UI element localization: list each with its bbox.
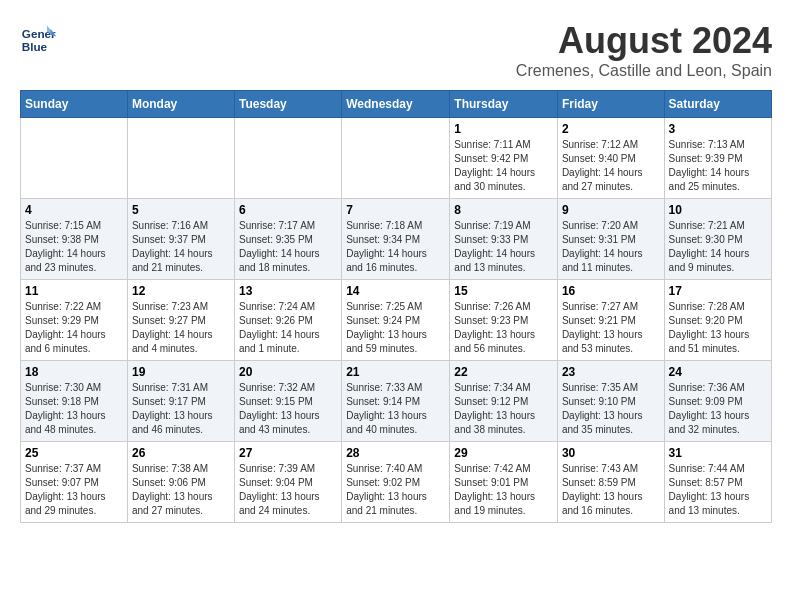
day-number: 22 [454,365,553,379]
day-number: 29 [454,446,553,460]
calendar-cell: 7Sunrise: 7:18 AM Sunset: 9:34 PM Daylig… [342,199,450,280]
day-info: Sunrise: 7:44 AM Sunset: 8:57 PM Dayligh… [669,462,767,518]
day-info: Sunrise: 7:42 AM Sunset: 9:01 PM Dayligh… [454,462,553,518]
day-number: 12 [132,284,230,298]
main-title: August 2024 [516,20,772,62]
day-info: Sunrise: 7:40 AM Sunset: 9:02 PM Dayligh… [346,462,445,518]
day-info: Sunrise: 7:38 AM Sunset: 9:06 PM Dayligh… [132,462,230,518]
calendar-cell: 27Sunrise: 7:39 AM Sunset: 9:04 PM Dayli… [235,442,342,523]
day-number: 13 [239,284,337,298]
calendar-cell: 29Sunrise: 7:42 AM Sunset: 9:01 PM Dayli… [450,442,558,523]
day-info: Sunrise: 7:22 AM Sunset: 9:29 PM Dayligh… [25,300,123,356]
day-number: 14 [346,284,445,298]
calendar-cell: 17Sunrise: 7:28 AM Sunset: 9:20 PM Dayli… [664,280,771,361]
day-info: Sunrise: 7:20 AM Sunset: 9:31 PM Dayligh… [562,219,660,275]
day-number: 24 [669,365,767,379]
day-number: 31 [669,446,767,460]
calendar-cell: 19Sunrise: 7:31 AM Sunset: 9:17 PM Dayli… [127,361,234,442]
day-info: Sunrise: 7:25 AM Sunset: 9:24 PM Dayligh… [346,300,445,356]
day-info: Sunrise: 7:32 AM Sunset: 9:15 PM Dayligh… [239,381,337,437]
day-number: 27 [239,446,337,460]
day-number: 5 [132,203,230,217]
day-info: Sunrise: 7:19 AM Sunset: 9:33 PM Dayligh… [454,219,553,275]
day-number: 9 [562,203,660,217]
calendar-cell: 20Sunrise: 7:32 AM Sunset: 9:15 PM Dayli… [235,361,342,442]
day-number: 7 [346,203,445,217]
calendar-cell [235,118,342,199]
day-info: Sunrise: 7:27 AM Sunset: 9:21 PM Dayligh… [562,300,660,356]
day-info: Sunrise: 7:16 AM Sunset: 9:37 PM Dayligh… [132,219,230,275]
calendar-cell: 22Sunrise: 7:34 AM Sunset: 9:12 PM Dayli… [450,361,558,442]
calendar-cell: 26Sunrise: 7:38 AM Sunset: 9:06 PM Dayli… [127,442,234,523]
day-number: 30 [562,446,660,460]
calendar-cell: 18Sunrise: 7:30 AM Sunset: 9:18 PM Dayli… [21,361,128,442]
calendar-table: SundayMondayTuesdayWednesdayThursdayFrid… [20,90,772,523]
day-number: 23 [562,365,660,379]
day-number: 17 [669,284,767,298]
calendar-header-monday: Monday [127,91,234,118]
calendar-cell: 9Sunrise: 7:20 AM Sunset: 9:31 PM Daylig… [557,199,664,280]
calendar-cell: 24Sunrise: 7:36 AM Sunset: 9:09 PM Dayli… [664,361,771,442]
calendar-cell: 28Sunrise: 7:40 AM Sunset: 9:02 PM Dayli… [342,442,450,523]
day-number: 11 [25,284,123,298]
day-info: Sunrise: 7:26 AM Sunset: 9:23 PM Dayligh… [454,300,553,356]
calendar-header-wednesday: Wednesday [342,91,450,118]
calendar-cell: 8Sunrise: 7:19 AM Sunset: 9:33 PM Daylig… [450,199,558,280]
day-number: 4 [25,203,123,217]
calendar-cell: 10Sunrise: 7:21 AM Sunset: 9:30 PM Dayli… [664,199,771,280]
calendar-cell: 25Sunrise: 7:37 AM Sunset: 9:07 PM Dayli… [21,442,128,523]
calendar-cell: 30Sunrise: 7:43 AM Sunset: 8:59 PM Dayli… [557,442,664,523]
calendar-cell: 12Sunrise: 7:23 AM Sunset: 9:27 PM Dayli… [127,280,234,361]
calendar-cell: 11Sunrise: 7:22 AM Sunset: 9:29 PM Dayli… [21,280,128,361]
title-section: August 2024 Cremenes, Castille and Leon,… [516,20,772,80]
calendar-cell [21,118,128,199]
page-header: General Blue August 2024 Cremenes, Casti… [20,20,772,80]
day-info: Sunrise: 7:24 AM Sunset: 9:26 PM Dayligh… [239,300,337,356]
day-info: Sunrise: 7:43 AM Sunset: 8:59 PM Dayligh… [562,462,660,518]
day-info: Sunrise: 7:36 AM Sunset: 9:09 PM Dayligh… [669,381,767,437]
day-info: Sunrise: 7:31 AM Sunset: 9:17 PM Dayligh… [132,381,230,437]
calendar-cell: 13Sunrise: 7:24 AM Sunset: 9:26 PM Dayli… [235,280,342,361]
day-number: 25 [25,446,123,460]
day-number: 6 [239,203,337,217]
calendar-cell: 31Sunrise: 7:44 AM Sunset: 8:57 PM Dayli… [664,442,771,523]
logo: General Blue [20,20,60,56]
calendar-week-2: 4Sunrise: 7:15 AM Sunset: 9:38 PM Daylig… [21,199,772,280]
day-number: 3 [669,122,767,136]
day-info: Sunrise: 7:39 AM Sunset: 9:04 PM Dayligh… [239,462,337,518]
calendar-cell: 23Sunrise: 7:35 AM Sunset: 9:10 PM Dayli… [557,361,664,442]
calendar-cell: 21Sunrise: 7:33 AM Sunset: 9:14 PM Dayli… [342,361,450,442]
calendar-cell: 15Sunrise: 7:26 AM Sunset: 9:23 PM Dayli… [450,280,558,361]
subtitle: Cremenes, Castille and Leon, Spain [516,62,772,80]
svg-text:Blue: Blue [22,40,48,53]
day-number: 1 [454,122,553,136]
day-info: Sunrise: 7:11 AM Sunset: 9:42 PM Dayligh… [454,138,553,194]
day-number: 8 [454,203,553,217]
calendar-week-4: 18Sunrise: 7:30 AM Sunset: 9:18 PM Dayli… [21,361,772,442]
logo-icon: General Blue [20,20,56,56]
calendar-header-tuesday: Tuesday [235,91,342,118]
day-info: Sunrise: 7:13 AM Sunset: 9:39 PM Dayligh… [669,138,767,194]
day-info: Sunrise: 7:37 AM Sunset: 9:07 PM Dayligh… [25,462,123,518]
calendar-cell: 16Sunrise: 7:27 AM Sunset: 9:21 PM Dayli… [557,280,664,361]
calendar-header-friday: Friday [557,91,664,118]
calendar-cell: 4Sunrise: 7:15 AM Sunset: 9:38 PM Daylig… [21,199,128,280]
calendar-cell [127,118,234,199]
day-info: Sunrise: 7:30 AM Sunset: 9:18 PM Dayligh… [25,381,123,437]
day-info: Sunrise: 7:34 AM Sunset: 9:12 PM Dayligh… [454,381,553,437]
calendar-cell [342,118,450,199]
calendar-cell: 2Sunrise: 7:12 AM Sunset: 9:40 PM Daylig… [557,118,664,199]
day-info: Sunrise: 7:12 AM Sunset: 9:40 PM Dayligh… [562,138,660,194]
day-info: Sunrise: 7:35 AM Sunset: 9:10 PM Dayligh… [562,381,660,437]
calendar-header-thursday: Thursday [450,91,558,118]
day-info: Sunrise: 7:33 AM Sunset: 9:14 PM Dayligh… [346,381,445,437]
day-info: Sunrise: 7:15 AM Sunset: 9:38 PM Dayligh… [25,219,123,275]
day-number: 18 [25,365,123,379]
calendar-cell: 5Sunrise: 7:16 AM Sunset: 9:37 PM Daylig… [127,199,234,280]
calendar-cell: 3Sunrise: 7:13 AM Sunset: 9:39 PM Daylig… [664,118,771,199]
calendar-header-saturday: Saturday [664,91,771,118]
calendar-week-5: 25Sunrise: 7:37 AM Sunset: 9:07 PM Dayli… [21,442,772,523]
day-number: 19 [132,365,230,379]
calendar-week-3: 11Sunrise: 7:22 AM Sunset: 9:29 PM Dayli… [21,280,772,361]
day-info: Sunrise: 7:23 AM Sunset: 9:27 PM Dayligh… [132,300,230,356]
